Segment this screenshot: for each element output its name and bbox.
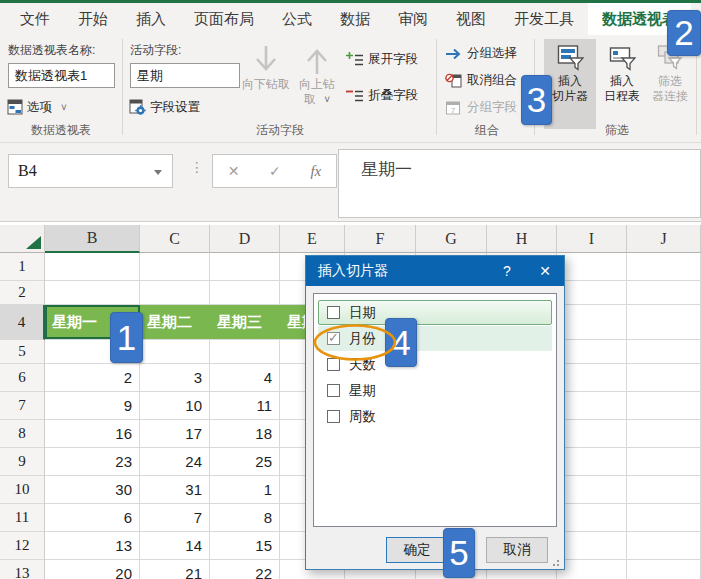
confirm-entry-icon[interactable]: ✓: [269, 163, 281, 179]
cell[interactable]: [557, 253, 627, 281]
ribbon-tab[interactable]: 审阅: [384, 3, 442, 35]
insert-function-icon[interactable]: fx: [310, 163, 321, 180]
cancel-entry-icon[interactable]: ✕: [228, 163, 240, 179]
cell[interactable]: 9: [45, 392, 140, 420]
row-header-6[interactable]: 6: [0, 364, 45, 392]
cell[interactable]: 15: [210, 532, 280, 560]
cell[interactable]: 22: [210, 560, 280, 579]
options-button[interactable]: 选项 ˅: [7, 96, 67, 118]
cell[interactable]: [45, 253, 140, 281]
cell[interactable]: 20: [45, 560, 140, 579]
column-header-C[interactable]: C: [140, 225, 210, 253]
row-header-10[interactable]: 10: [0, 476, 45, 504]
resize-grip[interactable]: [552, 557, 562, 567]
cell[interactable]: 3: [140, 364, 210, 392]
row-header-4[interactable]: 4: [0, 305, 45, 340]
cell[interactable]: 24: [140, 448, 210, 476]
drill-down-button[interactable]: 向下钻取: [238, 43, 294, 92]
cell[interactable]: [557, 476, 627, 504]
ribbon-tab[interactable]: 页面布局: [180, 3, 268, 35]
row-header-7[interactable]: 7: [0, 392, 45, 420]
ribbon-tab[interactable]: 开发工具: [500, 3, 588, 35]
cell[interactable]: [627, 504, 701, 532]
ribbon-tab[interactable]: 视图: [442, 3, 500, 35]
column-header-G[interactable]: G: [416, 225, 487, 253]
cell[interactable]: 2: [45, 364, 140, 392]
cell[interactable]: [557, 448, 627, 476]
cell[interactable]: 25: [210, 448, 280, 476]
row-header-9[interactable]: 9: [0, 448, 45, 476]
ribbon-tab[interactable]: 开始: [64, 3, 122, 35]
row-header-11[interactable]: 11: [0, 504, 45, 532]
ribbon-tab[interactable]: 公式: [268, 3, 326, 35]
field-settings-button[interactable]: 字段设置: [129, 96, 200, 118]
cell[interactable]: [557, 281, 627, 305]
select-all-corner[interactable]: [0, 225, 45, 253]
cell[interactable]: [627, 560, 701, 579]
cell[interactable]: [557, 340, 627, 364]
pivot-header-cell[interactable]: 星期三: [210, 305, 280, 340]
cell[interactable]: [627, 448, 701, 476]
cell[interactable]: 30: [45, 476, 140, 504]
pivot-name-input[interactable]: 数据透视表1: [8, 63, 115, 88]
cell[interactable]: [627, 532, 701, 560]
insert-timeline-button[interactable]: 插入 日程表: [596, 39, 648, 129]
cell[interactable]: [627, 392, 701, 420]
column-header-I[interactable]: I: [557, 225, 627, 253]
cell[interactable]: [210, 253, 280, 281]
ribbon-tab[interactable]: 文件: [6, 3, 64, 35]
ungroup-button[interactable]: 取消组合: [445, 72, 517, 89]
cell[interactable]: [557, 504, 627, 532]
cell[interactable]: 21: [140, 560, 210, 579]
active-field-input[interactable]: 星期: [130, 63, 240, 88]
column-header-B[interactable]: B: [45, 225, 140, 253]
checkbox-icon[interactable]: [327, 410, 340, 423]
row-header-8[interactable]: 8: [0, 420, 45, 448]
drill-up-button[interactable]: 向上钻 取 ˅: [292, 43, 342, 107]
collapse-field-button[interactable]: 折叠字段: [346, 87, 418, 104]
cell[interactable]: [557, 560, 627, 579]
slicer-field-item[interactable]: 星期: [318, 378, 552, 403]
cell[interactable]: [557, 532, 627, 560]
cell[interactable]: 31: [140, 476, 210, 504]
close-icon[interactable]: ✕: [526, 256, 564, 286]
cell[interactable]: [557, 305, 627, 340]
slicer-field-item[interactable]: 日期: [318, 300, 552, 325]
cell[interactable]: 1: [210, 476, 280, 504]
ribbon-tab[interactable]: 插入: [122, 3, 180, 35]
cell[interactable]: [627, 305, 701, 340]
cell[interactable]: [557, 420, 627, 448]
dialog-title-bar[interactable]: 插入切片器 ? ✕: [306, 256, 564, 286]
ok-button[interactable]: 确定: [386, 537, 448, 563]
cell[interactable]: [557, 392, 627, 420]
cell[interactable]: 18: [210, 420, 280, 448]
pivot-header-cell[interactable]: 星期二: [140, 305, 210, 340]
cell[interactable]: [140, 281, 210, 305]
slicer-field-item[interactable]: 周数: [318, 404, 552, 429]
cell[interactable]: [140, 340, 210, 364]
cell[interactable]: 13: [45, 532, 140, 560]
cell[interactable]: 4: [210, 364, 280, 392]
row-header-13[interactable]: 13: [0, 560, 45, 579]
row-header-1[interactable]: 1: [0, 253, 45, 281]
cell[interactable]: [140, 253, 210, 281]
cell[interactable]: [627, 340, 701, 364]
column-header-F[interactable]: F: [345, 225, 416, 253]
column-header-D[interactable]: D: [210, 225, 280, 253]
group-selection-button[interactable]: 分组选择: [445, 45, 517, 62]
cell[interactable]: [627, 364, 701, 392]
cancel-button[interactable]: 取消: [486, 537, 548, 563]
formula-input[interactable]: 星期一: [338, 149, 701, 218]
name-box-dropdown-icon[interactable]: [154, 170, 162, 175]
cell[interactable]: [627, 420, 701, 448]
cell[interactable]: [627, 281, 701, 305]
cell[interactable]: 23: [45, 448, 140, 476]
cell[interactable]: [45, 281, 140, 305]
name-box[interactable]: B4: [8, 154, 173, 188]
ribbon-tab[interactable]: 数据: [326, 3, 384, 35]
cell[interactable]: 17: [140, 420, 210, 448]
cell[interactable]: [627, 253, 701, 281]
column-header-H[interactable]: H: [487, 225, 557, 253]
checkbox-icon[interactable]: [327, 384, 340, 397]
cell[interactable]: 10: [140, 392, 210, 420]
